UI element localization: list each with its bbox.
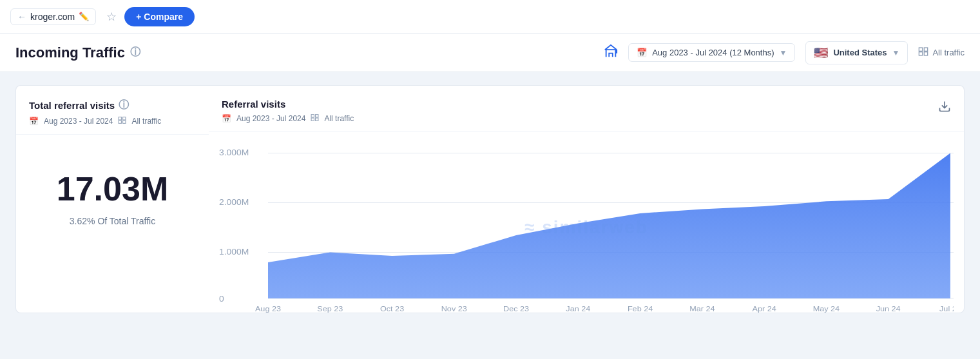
svg-text:Apr 24: Apr 24: [752, 305, 776, 313]
date-picker[interactable]: 📅 Aug 2023 - Jul 2024 (12 Months) ▼: [628, 43, 795, 62]
country-label: United States: [833, 48, 887, 57]
domain-text: kroger.com: [30, 12, 75, 22]
traffic-type-label: All traffic: [932, 48, 965, 57]
left-card-header: Total referral visits ⓘ 📅 Aug 2023 - Jul…: [16, 86, 209, 135]
svg-rect-1: [925, 48, 928, 51]
total-referral-value: 17.03M: [57, 172, 168, 206]
right-card-title: Referral visits: [222, 99, 354, 110]
svg-text:Feb 24: Feb 24: [628, 305, 653, 313]
svg-text:Sep 23: Sep 23: [317, 305, 343, 313]
flag-icon: 🇺🇸: [814, 46, 828, 60]
header-controls: 📅 Aug 2023 - Jul 2024 (12 Months) ▼ 🇺🇸 U…: [604, 41, 965, 64]
traffic-type-icon: [918, 46, 928, 59]
country-picker[interactable]: 🇺🇸 United States ▼: [805, 41, 908, 64]
page-title: Incoming Traffic: [15, 44, 125, 61]
top-bar: ← kroger.com ✏️ ☆ + Compare: [0, 0, 980, 34]
svg-rect-0: [919, 48, 923, 51]
left-card-body: 17.03M 3.62% Of Total Traffic: [16, 135, 209, 264]
total-referral-card: Total referral visits ⓘ 📅 Aug 2023 - Jul…: [15, 85, 209, 313]
compare-button[interactable]: + Compare: [124, 7, 195, 26]
svg-text:Mar 24: Mar 24: [689, 305, 715, 313]
svg-text:Jun 24: Jun 24: [876, 305, 901, 313]
svg-rect-6: [119, 121, 122, 123]
svg-text:Dec 23: Dec 23: [503, 305, 530, 313]
svg-rect-9: [316, 115, 318, 117]
date-chevron-icon: ▼: [780, 48, 787, 57]
svg-rect-4: [119, 117, 122, 120]
left-card-info-icon[interactable]: ⓘ: [119, 99, 129, 112]
domain-container[interactable]: ← kroger.com ✏️: [10, 8, 96, 25]
svg-text:Jan 24: Jan 24: [566, 305, 590, 313]
svg-text:2.000M: 2.000M: [219, 198, 249, 207]
page-title-container: Incoming Traffic ⓘ: [15, 44, 140, 61]
right-traffic-icon: [311, 113, 319, 124]
left-date-range: Aug 2023 - Jul 2024: [44, 117, 113, 126]
left-traffic-type: All traffic: [131, 117, 161, 126]
svg-text:Oct 23: Oct 23: [380, 305, 405, 313]
date-range-label: Aug 2023 - Jul 2024 (12 Months): [652, 48, 774, 57]
star-icon[interactable]: ☆: [106, 10, 117, 24]
left-card-subtitle: 📅 Aug 2023 - Jul 2024 All traffic: [29, 116, 196, 126]
svg-rect-5: [123, 117, 126, 120]
svg-text:0: 0: [219, 295, 224, 304]
svg-text:Nov 23: Nov 23: [441, 305, 468, 313]
right-date-range: Aug 2023 - Jul 2024: [236, 114, 305, 123]
calendar-icon: 📅: [637, 48, 647, 57]
chart-container: 3.000M 2.000M 1.000M 0: [209, 132, 964, 313]
left-cal-icon: 📅: [29, 117, 39, 126]
svg-rect-11: [316, 118, 318, 121]
right-traffic-type: All traffic: [324, 114, 354, 123]
svg-rect-3: [925, 52, 928, 55]
left-traffic-icon: [118, 116, 126, 126]
svg-rect-2: [919, 52, 923, 55]
chart-svg: 3.000M 2.000M 1.000M 0: [219, 142, 954, 313]
edit-icon[interactable]: ✏️: [79, 12, 89, 21]
right-cal-icon: 📅: [222, 114, 231, 123]
svg-rect-8: [312, 115, 314, 117]
right-card-subtitle: 📅 Aug 2023 - Jul 2024 All traffic: [222, 113, 354, 124]
svg-rect-10: [312, 118, 314, 121]
header-section: Incoming Traffic ⓘ 📅 Aug 2023 - Jul 2024…: [0, 34, 980, 72]
total-referral-sub-stat: 3.62% Of Total Traffic: [70, 216, 155, 226]
svg-text:Aug 23: Aug 23: [255, 305, 282, 313]
info-icon[interactable]: ⓘ: [130, 46, 140, 59]
main-content: Total referral visits ⓘ 📅 Aug 2023 - Jul…: [0, 72, 980, 326]
left-card-title: Total referral visits ⓘ: [29, 99, 196, 112]
svg-text:Jul 24: Jul 24: [939, 305, 954, 313]
svg-text:1.000M: 1.000M: [219, 247, 249, 257]
referral-visits-card: Referral visits 📅 Aug 2023 - Jul 2024 Al…: [209, 85, 965, 313]
svg-rect-7: [123, 121, 126, 123]
download-icon[interactable]: [938, 100, 951, 116]
svg-text:3.000M: 3.000M: [219, 148, 249, 157]
traffic-type-selector[interactable]: All traffic: [918, 46, 965, 59]
chart-wrap: 3.000M 2.000M 1.000M 0: [219, 142, 954, 313]
domain-icon: ←: [17, 12, 26, 22]
svg-text:May 24: May 24: [813, 305, 840, 313]
benchmark-icon[interactable]: [604, 44, 618, 61]
svg-marker-20: [268, 153, 950, 299]
right-card-header: Referral visits 📅 Aug 2023 - Jul 2024 Al…: [209, 86, 964, 132]
country-chevron-icon: ▼: [892, 48, 900, 57]
